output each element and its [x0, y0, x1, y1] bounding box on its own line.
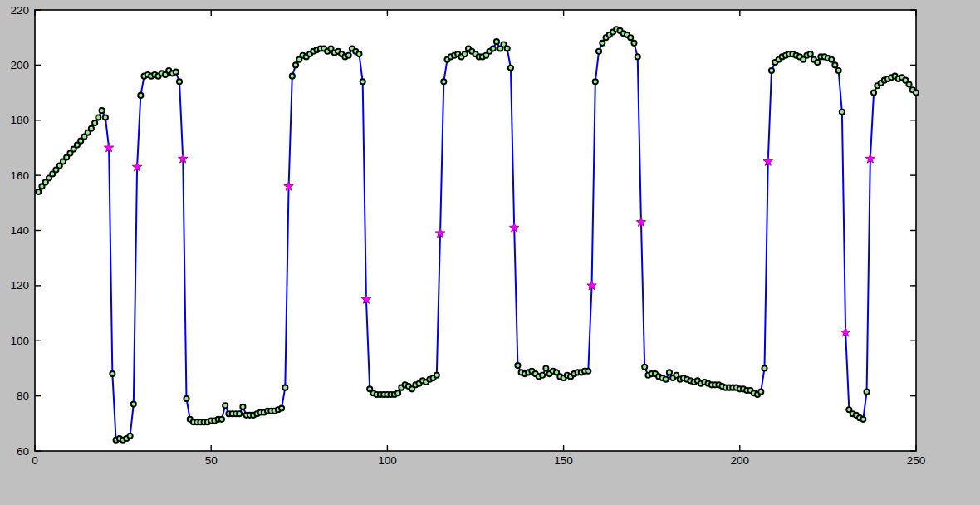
data-point-marker [441, 79, 446, 84]
x-axis-tick-label: 100 [378, 454, 397, 467]
data-point-marker [628, 35, 633, 40]
data-point-marker [508, 66, 513, 71]
y-axis-tick-label: 180 [10, 114, 29, 126]
chart-canvas: 0501001502002506080100120140160180200220 [0, 0, 980, 505]
data-point-marker [290, 74, 295, 79]
data-point-marker [279, 405, 284, 410]
data-point-marker [815, 60, 820, 65]
data-point-marker [762, 365, 767, 370]
y-axis-tick-label: 120 [10, 279, 29, 292]
data-point-marker [864, 390, 869, 395]
data-point-marker [758, 390, 763, 395]
x-axis-tick-label: 250 [907, 454, 926, 467]
data-point-marker [832, 62, 837, 67]
data-point-marker [96, 115, 100, 120]
data-point-marker [491, 46, 496, 51]
data-point-marker [92, 120, 97, 125]
data-point-marker [808, 51, 813, 56]
data-point-marker [240, 404, 245, 409]
data-point-marker [667, 370, 672, 375]
x-axis-tick-label: 150 [554, 454, 573, 467]
y-axis-tick-label: 100 [10, 335, 29, 347]
data-point-marker [871, 90, 876, 95]
data-point-marker [664, 377, 669, 382]
data-point-marker [100, 108, 105, 113]
data-point-marker [631, 41, 636, 46]
y-axis-tick-label: 160 [10, 169, 29, 182]
data-point-marker [494, 39, 499, 44]
data-point-marker [836, 68, 841, 73]
data-point-marker [505, 46, 510, 51]
data-point-marker [131, 401, 136, 406]
data-point-marker [110, 371, 115, 376]
data-point-marker [219, 417, 224, 422]
data-point-marker [356, 51, 361, 56]
y-axis-tick-label: 200 [10, 59, 29, 71]
data-point-marker [596, 49, 601, 54]
x-axis-tick-label: 50 [205, 454, 218, 467]
data-point-marker [360, 79, 365, 84]
data-point-marker [600, 41, 605, 46]
matlab-figure-window: 0501001502002506080100120140160180200220 [0, 0, 980, 505]
data-point-marker [89, 126, 94, 131]
data-point-marker [282, 385, 287, 390]
data-point-marker [642, 365, 647, 370]
x-axis-tick-label: 200 [731, 454, 750, 467]
data-point-marker [463, 51, 468, 56]
y-axis-tick-label: 140 [10, 224, 29, 237]
y-axis-tick-label: 220 [10, 4, 29, 17]
data-point-marker [346, 53, 351, 58]
data-point-marker [543, 365, 548, 370]
x-axis-tick-label: 0 [32, 454, 38, 467]
data-point-marker [174, 70, 179, 75]
data-point-marker [395, 390, 400, 395]
data-point-marker [769, 68, 774, 73]
data-point-marker [860, 417, 865, 422]
data-point-marker [434, 373, 439, 378]
data-point-marker [635, 54, 640, 59]
data-point-marker [293, 62, 298, 67]
data-point-marker [515, 363, 520, 368]
data-point-marker [237, 411, 242, 416]
data-point-marker [914, 90, 919, 95]
data-point-marker [586, 369, 590, 374]
data-point-marker [127, 434, 132, 439]
y-axis-tick-label: 80 [17, 390, 29, 402]
data-point-marker [840, 110, 845, 115]
data-point-marker [829, 57, 834, 62]
data-point-marker [184, 396, 189, 401]
y-axis-tick-label: 60 [17, 445, 29, 458]
data-point-marker [223, 403, 228, 408]
data-point-marker [906, 82, 911, 87]
data-point-marker [103, 115, 108, 120]
data-point-marker [177, 79, 182, 84]
data-point-marker [138, 93, 143, 98]
data-point-marker [36, 189, 41, 194]
data-point-marker [540, 373, 545, 378]
data-point-marker [593, 79, 598, 84]
